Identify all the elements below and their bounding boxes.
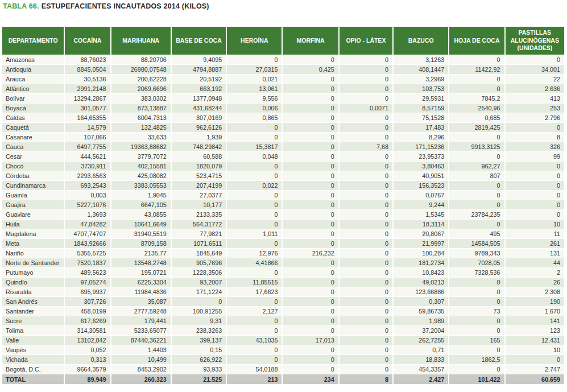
table-row: Atlántico2991,21482069,6696663,19213,061… bbox=[2, 84, 564, 93]
cell-value: 0 bbox=[283, 113, 338, 122]
cell-department: Amazonas bbox=[2, 55, 64, 64]
cell-value: 0 bbox=[449, 365, 504, 374]
column-header-4: HEROÍNA bbox=[227, 27, 282, 55]
cell-value: 0 bbox=[227, 171, 282, 180]
cell-value: 0 bbox=[227, 191, 282, 200]
cell-value: 0 bbox=[340, 365, 392, 374]
cell-value: 216,232 bbox=[283, 249, 338, 258]
cell-value: 8453,2902 bbox=[111, 365, 171, 374]
cell-value: 0 bbox=[227, 268, 282, 277]
cell-value: 0,685 bbox=[449, 113, 504, 122]
cell-value: 399,137 bbox=[172, 336, 226, 345]
cell-department: Guainía bbox=[2, 191, 64, 200]
total-value: 213 bbox=[227, 374, 282, 384]
cell-value: 0 bbox=[449, 297, 504, 306]
cell-value: 695,9937 bbox=[65, 287, 110, 296]
cell-value: 0 bbox=[340, 297, 392, 306]
table-row: Quindío97,052746225,330493,200711,855150… bbox=[2, 278, 564, 287]
cell-value: 12.431 bbox=[506, 336, 564, 345]
cell-department: Magdalena bbox=[2, 229, 64, 238]
cell-value: 43,1035 bbox=[227, 336, 282, 345]
cell-department: Guajira bbox=[2, 200, 64, 209]
cell-value: 0,313 bbox=[65, 355, 110, 364]
cell-value: 0 bbox=[283, 307, 338, 316]
total-value: 89.949 bbox=[65, 374, 110, 384]
cell-value: 164,65355 bbox=[65, 113, 110, 122]
cell-value: 2.796 bbox=[506, 113, 564, 122]
table-row: Cesar444,56213779,707260,5880,0480023,95… bbox=[2, 152, 564, 161]
cell-value: 0 bbox=[283, 142, 338, 151]
cell-value: 0 bbox=[283, 191, 338, 200]
cell-value: 9,244 bbox=[394, 200, 448, 209]
cell-value: 0 bbox=[506, 181, 564, 190]
cell-value: 0 bbox=[506, 200, 564, 209]
cell-value: 0 bbox=[340, 123, 392, 132]
table-row: Vichada0,31310,499626,92200018,8331862,5… bbox=[2, 355, 564, 364]
cell-value: 9789,343 bbox=[449, 249, 504, 258]
cell-value: 100,284 bbox=[394, 249, 448, 258]
cell-value: 0 bbox=[227, 123, 282, 132]
cell-value: 0 bbox=[283, 229, 338, 238]
cell-value: 238,3263 bbox=[172, 326, 226, 335]
cell-value: 156,3523 bbox=[394, 181, 448, 190]
column-header-2: MARIHUANA bbox=[111, 27, 171, 55]
cell-department: Cesar bbox=[2, 152, 64, 161]
cell-value: 0 bbox=[449, 220, 504, 229]
cell-value: 2.747 bbox=[506, 365, 564, 374]
column-header-9: PASTILLAS ALUCINÓGENAS (UNIDADES) bbox=[506, 27, 564, 55]
cell-value: 0 bbox=[506, 162, 564, 171]
cell-value: 413 bbox=[506, 94, 564, 103]
cell-value: 2991,2148 bbox=[65, 84, 110, 93]
cell-value: 626,922 bbox=[172, 355, 226, 364]
cell-value: 2133,335 bbox=[172, 210, 226, 219]
cell-department: Cauca bbox=[2, 142, 64, 151]
cell-value: 179,441 bbox=[111, 316, 171, 325]
cell-value: 0 bbox=[340, 171, 392, 180]
cell-value: 0 bbox=[283, 171, 338, 180]
cell-value: 6497,7755 bbox=[65, 142, 110, 151]
cell-department: Bolívar bbox=[2, 94, 64, 103]
cell-department: Cundinamarca bbox=[2, 181, 64, 190]
cell-value: 13294,2867 bbox=[65, 94, 110, 103]
cell-value: 14,579 bbox=[65, 123, 110, 132]
table-row: Casanare107,06633,6331,9390008,29608 bbox=[2, 133, 564, 142]
cell-value: 35,087 bbox=[111, 297, 171, 306]
cell-value: 0,006 bbox=[227, 104, 282, 113]
cell-value: 0 bbox=[449, 75, 504, 84]
cell-value: 0 bbox=[283, 123, 338, 132]
cell-value: 181,2734 bbox=[394, 258, 448, 267]
table-row: Chocó3730,911402,155811820,0790003,80463… bbox=[2, 162, 564, 171]
cell-value: 1820,079 bbox=[172, 162, 226, 171]
cell-value: 123,66886 bbox=[394, 287, 448, 296]
table-row: Caldas164,653556004,7313307,01690,865007… bbox=[2, 113, 564, 122]
cell-value: 11,85515 bbox=[227, 278, 282, 287]
table-row: Meta1843,926668709,1581071,651100021,999… bbox=[2, 239, 564, 248]
cell-value: 693,2543 bbox=[65, 181, 110, 190]
table-row: Boyacá301,0577873,13887431,682440,00600,… bbox=[2, 104, 564, 113]
cell-value: 0,048 bbox=[227, 152, 282, 161]
total-value: 101.422 bbox=[449, 374, 504, 384]
cell-value: 0 bbox=[340, 345, 392, 354]
cell-department: Valle bbox=[2, 336, 64, 345]
column-header-8: HOJA DE COCA bbox=[449, 27, 504, 55]
table-row: Guajira5227,10766647,10510,1770009,24400 bbox=[2, 200, 564, 209]
table-row: Nariño5355,57252135,771845,64912,976216,… bbox=[2, 249, 564, 258]
cell-value: 0 bbox=[283, 258, 338, 267]
cell-value: 17,6623 bbox=[227, 287, 282, 296]
cell-department: Casanare bbox=[2, 133, 64, 142]
cell-value: 1,3693 bbox=[65, 210, 110, 219]
cell-value: 2135,77 bbox=[111, 249, 171, 258]
cell-value: 663,192 bbox=[172, 84, 226, 93]
cell-value: 523,4715 bbox=[172, 171, 226, 180]
cell-department: Risaralda bbox=[2, 287, 64, 296]
cell-department: Huila bbox=[2, 220, 64, 229]
cell-value: 1,011 bbox=[227, 229, 282, 238]
cell-value: 22 bbox=[506, 75, 564, 84]
table-row: Valle13102,84287440,36221399,13743,10351… bbox=[2, 336, 564, 345]
cell-department: Tolima bbox=[2, 326, 64, 335]
cell-department: Putumayo bbox=[2, 268, 64, 277]
cell-value: 0 bbox=[227, 200, 282, 209]
cell-value: 8,296 bbox=[394, 133, 448, 142]
cell-department: Guaviare bbox=[2, 210, 64, 219]
cell-value: 10,8423 bbox=[394, 268, 448, 277]
